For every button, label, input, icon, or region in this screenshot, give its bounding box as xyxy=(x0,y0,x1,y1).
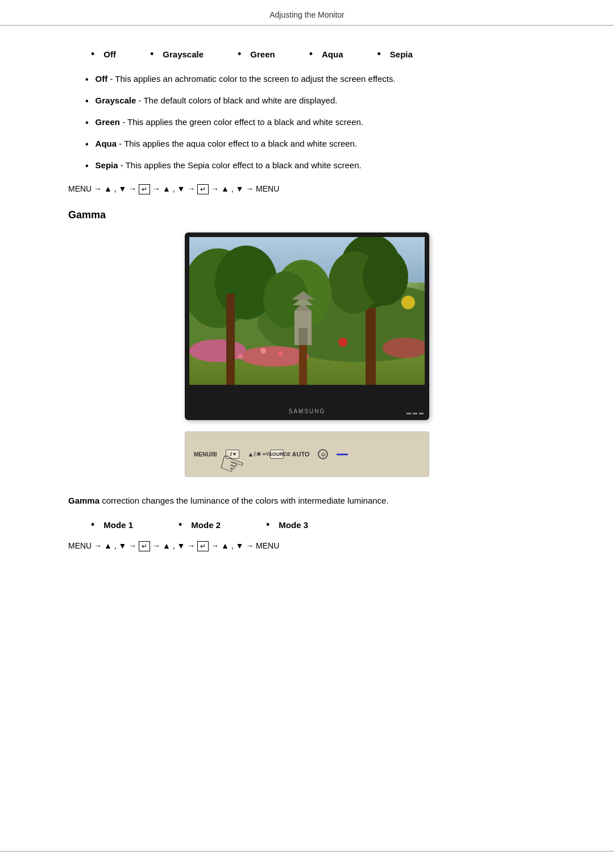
option-off: • Off xyxy=(91,48,116,60)
option-sepia-label: Sepia xyxy=(390,49,413,59)
mode-2-item: • Mode 2 xyxy=(179,519,221,531)
bullet-mode3: • xyxy=(266,519,269,531)
gamma-bold: Gamma xyxy=(68,496,99,505)
source-icon: ↩/SOURCE xyxy=(270,450,284,459)
list-item-grayscale-text: Grayscale - The default colors of black … xyxy=(96,94,338,107)
list-item-grayscale: Grayscale - The default colors of black … xyxy=(68,94,546,108)
gamma-section: Gamma xyxy=(68,209,546,550)
gamma-heading: Gamma xyxy=(68,209,546,221)
svg-point-23 xyxy=(338,338,347,347)
svg-rect-13 xyxy=(226,294,235,385)
list-item-aqua: Aqua - This applies the aqua color effec… xyxy=(68,138,546,151)
auto-button: AUTO xyxy=(292,451,310,458)
svg-point-26 xyxy=(238,354,243,359)
monitor-image-container: SAMSUNG xyxy=(68,232,546,420)
option-aqua-label: Aqua xyxy=(322,49,343,59)
control-dot-2 xyxy=(413,413,417,414)
color-options-row: • Off • Grayscale • Green • Aqua • Sepia xyxy=(68,48,546,60)
menu-path-2: MENU → ▲ , ▼ → ↵ → ▲ , ▼ → ↵ → ▲ , ▼ → M… xyxy=(68,541,546,550)
list-item-green: Green - This applies the green color eff… xyxy=(68,116,546,130)
svg-point-22 xyxy=(401,296,415,309)
menu-label: MENU/III xyxy=(194,451,217,458)
option-off-label: Off xyxy=(103,49,116,59)
power-button: ⏻ xyxy=(318,449,328,459)
option-aqua: • Aqua xyxy=(309,48,343,60)
control-panel-container: MENU/III □/▼ ▲/☀ ↩/SOURCE AUTO ⏻ xyxy=(68,431,546,477)
bullet-sepia: • xyxy=(377,48,381,60)
svg-point-25 xyxy=(278,351,283,356)
mode-1-label: Mode 1 xyxy=(103,520,133,530)
mode-3-label: Mode 3 xyxy=(279,520,308,530)
list-item-off: Off - This applies an achromatic color t… xyxy=(68,73,546,86)
list-item-aqua-text: Aqua - This applies the aqua color effec… xyxy=(96,138,358,151)
option-grayscale-label: Grayscale xyxy=(163,49,204,59)
gamma-description: Gamma correction changes the luminance o… xyxy=(68,494,546,508)
option-sepia: • Sepia xyxy=(377,48,413,60)
screen-content xyxy=(189,237,425,385)
gamma-text: correction changes the luminance of the … xyxy=(99,496,389,505)
bullet-descriptions: Off - This applies an achromatic color t… xyxy=(68,73,546,173)
bullet-mode2: • xyxy=(179,519,182,531)
list-item-green-text: Green - This applies the green color eff… xyxy=(96,116,363,129)
bullet-green: • xyxy=(238,48,241,60)
mode-3-item: • Mode 3 xyxy=(266,519,308,531)
list-item-sepia: Sepia - This applies the Sepia color eff… xyxy=(68,159,546,173)
svg-point-5 xyxy=(240,346,309,367)
page-footer xyxy=(0,851,614,868)
mode-2-label: Mode 2 xyxy=(191,520,221,530)
svg-rect-21 xyxy=(298,328,308,345)
page-title: Adjusting the Monitor xyxy=(269,10,345,19)
list-item-sepia-text: Sepia - This applies the Sepia color eff… xyxy=(96,159,362,172)
control-dot-1 xyxy=(406,413,411,414)
option-green-label: Green xyxy=(250,49,275,59)
control-dot-3 xyxy=(419,413,424,414)
option-grayscale: • Grayscale xyxy=(150,48,204,60)
monitor-screen xyxy=(189,237,425,385)
source-button: ↩/SOURCE xyxy=(270,450,284,459)
menu-button: MENU/III xyxy=(194,451,217,458)
bullet-off: • xyxy=(91,48,94,60)
monitor-frame: SAMSUNG xyxy=(185,232,429,420)
svg-point-4 xyxy=(189,339,246,362)
bullet-mode1: • xyxy=(91,519,94,531)
mode-options-row: • Mode 1 • Mode 2 • Mode 3 xyxy=(68,519,546,531)
auto-label: AUTO xyxy=(292,451,310,458)
bullet-aqua: • xyxy=(309,48,313,60)
mode-1-item: • Mode 1 xyxy=(91,519,133,531)
monitor-controls xyxy=(406,413,424,414)
monitor-brand: SAMSUNG xyxy=(289,408,326,414)
svg-point-10 xyxy=(363,248,408,305)
menu-path-1: MENU → ▲ , ▼ → ↵ → ▲ , ▼ → ↵ → ▲ , ▼ → M… xyxy=(68,184,546,193)
garden-scene xyxy=(189,237,425,385)
nav-label-2: ▲/☀ xyxy=(248,451,262,458)
svg-point-24 xyxy=(260,348,266,354)
page-header: Adjusting the Monitor xyxy=(0,0,614,26)
option-green: • Green xyxy=(238,48,275,60)
list-item-off-text: Off - This applies an achromatic color t… xyxy=(96,73,396,86)
power-dash xyxy=(337,454,348,455)
nav-button-2: ▲/☀ xyxy=(248,451,262,458)
bullet-grayscale: • xyxy=(150,48,154,60)
